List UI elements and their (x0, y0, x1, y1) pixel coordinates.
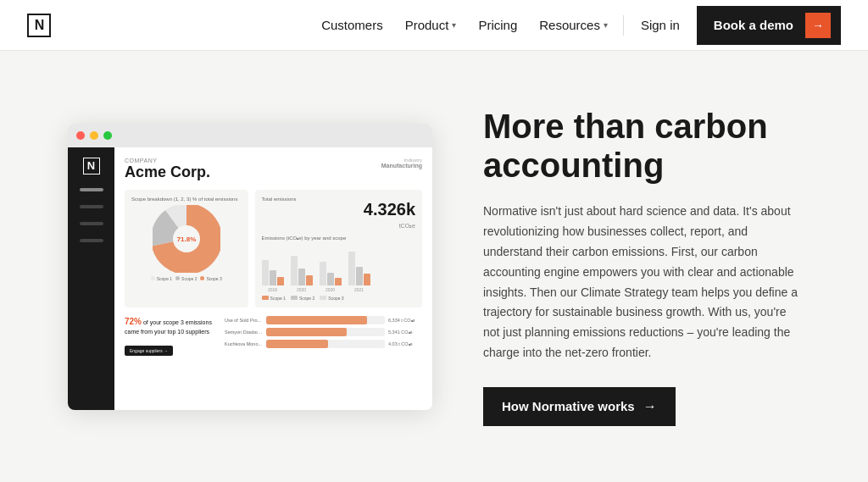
hbar-label-1: Use of Sold Pro... (225, 318, 263, 323)
bar-scope2-2021 (356, 267, 363, 285)
industry-label: Industry Manufacturing (381, 158, 422, 169)
resources-chevron-icon: ▾ (604, 20, 608, 30)
browser-minimize-dot (90, 131, 98, 140)
scope-breakdown-card: Scope breakdown (1, 2, 3) % of total emi… (125, 190, 248, 307)
sidebar-nav-item-4 (80, 239, 103, 242)
bar-scope3-2020 (320, 262, 326, 285)
dashboard-bottom: 72% of your scope 3 emissions came from … (125, 316, 422, 357)
bar-scope3-2018 (262, 260, 269, 285)
nav-link-resources[interactable]: Resources ▾ (531, 13, 616, 37)
legend-scope2: Scope 2 (175, 276, 197, 281)
hbar-label-3: Kuchkova Mono... (225, 341, 263, 346)
browser-maximize-dot (103, 131, 112, 140)
nav-item-resources[interactable]: Resources ▾ (531, 13, 616, 37)
nav-links: Customers Product ▾ Pricing Resources ▾ (313, 13, 616, 37)
nav-link-pricing[interactable]: Pricing (470, 13, 526, 37)
hbar-value-1: 6,334 t CO₂e (388, 318, 422, 323)
pie-legend: Scope 1 Scope 2 Scope 3 (151, 276, 222, 281)
emissions-card-title: Total emissions (262, 197, 297, 202)
bar-group-2018: 2018 (262, 260, 284, 292)
bar-scope2-2018 (270, 270, 276, 285)
dashboard-mockup: N Industry Manufacturing Company Acme Co… (68, 124, 432, 410)
bar-chart-title: Emissions (tCO₂e) by year and scope (262, 235, 415, 241)
browser-close-dot (76, 131, 85, 140)
hero-description: Normative isn't just about hard science … (483, 202, 800, 363)
company-label: Company (125, 158, 422, 163)
browser-window: N Industry Manufacturing Company Acme Co… (68, 124, 432, 410)
hero-heading: More than carbon accounting (483, 107, 800, 185)
bar-scope1-2018 (277, 277, 284, 285)
bar-scope1-2020 (335, 278, 342, 285)
dashboard-inner: N Industry Manufacturing Company Acme Co… (68, 147, 432, 410)
hbar-fill-1 (266, 316, 367, 324)
how-normative-works-button[interactable]: How Normative works → (483, 387, 676, 426)
product-chevron-icon: ▾ (452, 20, 456, 30)
bar-scope2-2020 (327, 273, 334, 285)
scope-card-title: Scope breakdown (1, 2, 3) % of total emi… (131, 197, 242, 202)
bar-scope2-2019 (298, 269, 305, 285)
hbar-track-1 (266, 316, 385, 324)
bar-legend-scope1: Scope 1 (262, 296, 286, 301)
hbar-value-2: 5,341 CO₂e (388, 330, 422, 335)
hbar-fill-2 (266, 328, 347, 336)
sidebar-nav-item-3 (80, 222, 103, 225)
logo-letter: N (27, 14, 51, 37)
bar-group-2020: 2020 (320, 262, 342, 292)
signin-link[interactable]: Sign in (631, 13, 690, 37)
sidebar-nav-item-1 (80, 188, 103, 191)
hbar-fill-3 (266, 340, 328, 348)
cta-button-arrow-icon: → (643, 399, 657, 414)
bar-chart: 2018 2020 (262, 246, 415, 292)
bar-legend-scope2: Scope 2 (291, 296, 314, 301)
emissions-card: Total emissions 4.326k tCO₂e Emissions (… (255, 190, 422, 307)
suppliers-section: 72% of your scope 3 emissions came from … (125, 316, 218, 357)
legend-scope1: Scope 1 (151, 276, 172, 281)
book-demo-button[interactable]: Book a demo → (697, 6, 841, 45)
pie-chart-container: 71.8% Scope 1 Scope 2 (131, 205, 242, 281)
sidebar-logo: N (83, 158, 100, 175)
dashboard-cards: Scope breakdown (1, 2, 3) % of total emi… (125, 190, 422, 307)
hero-text: More than carbon accounting Normative is… (483, 107, 800, 425)
hbar-track-2 (266, 328, 385, 336)
legend-scope3: Scope 3 (200, 276, 221, 281)
svg-text:71.8%: 71.8% (176, 235, 196, 243)
nav-item-product[interactable]: Product ▾ (397, 13, 465, 37)
company-name: Acme Corp. (125, 163, 422, 181)
hbar-value-3: 4.03 t CO₂e (388, 341, 422, 346)
navbar: N Customers Product ▾ Pricing Resources … (0, 0, 868, 51)
cta-arrow-icon: → (805, 13, 831, 38)
hbar-label-2: Semyon Diasbou... (225, 330, 263, 335)
dashboard-main: Industry Manufacturing Company Acme Corp… (114, 147, 432, 410)
bar-scope3-2021 (348, 252, 355, 285)
bar-group-2021: 2021 (348, 252, 370, 292)
emissions-unit: tCO₂e (262, 223, 415, 230)
nav-link-product[interactable]: Product ▾ (397, 13, 465, 37)
engage-suppliers-button[interactable]: Engage suppliers → (125, 346, 173, 356)
bar-scope1-2021 (364, 274, 370, 285)
nav-item-customers[interactable]: Customers (313, 13, 392, 37)
suppliers-stat: 72% of your scope 3 emissions came from … (125, 316, 218, 336)
hbar-item-1: Use of Sold Pro... 6,334 t CO₂e (225, 316, 422, 324)
main-content: N Industry Manufacturing Company Acme Co… (0, 51, 868, 482)
hbar-item-2: Semyon Diasbou... 5,341 CO₂e (225, 328, 422, 336)
hbar-track-3 (266, 340, 385, 348)
nav-item-pricing[interactable]: Pricing (470, 13, 526, 37)
bar-legend: Scope 1 Scope 2 Scope 3 (262, 296, 415, 301)
logo[interactable]: N (27, 14, 51, 37)
hbar-item-3: Kuchkova Mono... 4.03 t CO₂e (225, 340, 422, 348)
nav-link-customers[interactable]: Customers (313, 13, 392, 37)
horizontal-bars-section: Use of Sold Pro... 6,334 t CO₂e Semyon D… (225, 316, 422, 357)
pie-chart: 71.8% (153, 205, 220, 273)
bar-scope3-2019 (291, 256, 298, 285)
dashboard-sidebar: N (68, 147, 114, 410)
bar-legend-scope3: Scope 3 (320, 296, 343, 301)
sidebar-nav-item-2 (80, 205, 103, 208)
emissions-value: 4.326k (364, 200, 415, 219)
browser-topbar (68, 124, 432, 147)
nav-divider (623, 15, 624, 36)
bar-group-2019: 2020 (291, 256, 313, 292)
bar-scope1-2019 (306, 275, 313, 285)
